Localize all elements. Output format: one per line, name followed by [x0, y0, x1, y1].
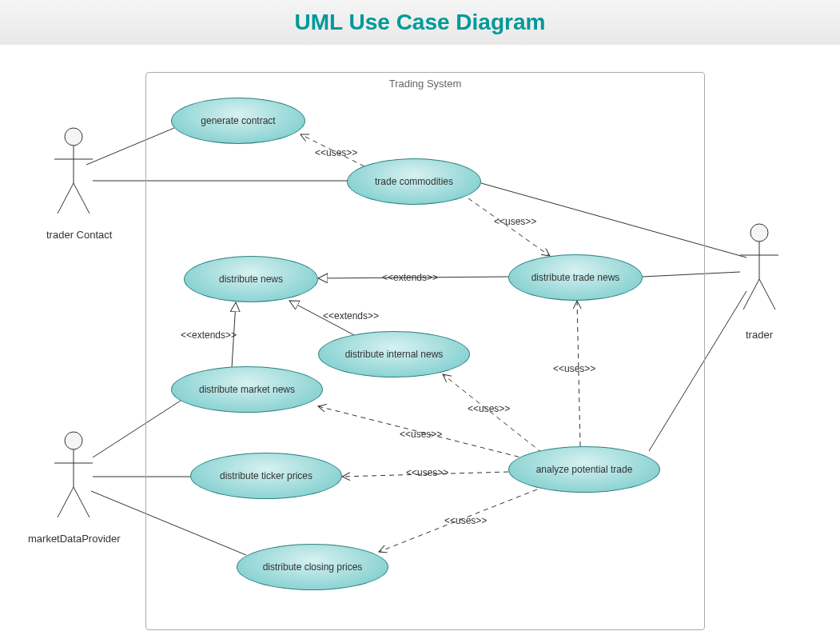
usecase-label: distribute market news — [199, 384, 295, 395]
relation-label: <<uses>> — [400, 429, 442, 440]
usecase-uc-trade-comm: trade commodities — [347, 158, 481, 205]
usecase-uc-dist-news: distribute news — [184, 256, 318, 302]
relation-label: <<uses>> — [444, 515, 487, 526]
svg-line-14 — [74, 487, 90, 517]
usecase-uc-dist-closing: distribute closing prices — [237, 544, 388, 590]
usecase-uc-dist-trade-news: distribute trade news — [508, 254, 643, 301]
relation-label: <<extends>> — [382, 272, 438, 283]
usecase-label: generate contract — [201, 115, 275, 126]
usecase-uc-dist-ticker: distribute ticker prices — [190, 453, 342, 499]
svg-line-4 — [74, 183, 90, 214]
system-label: Trading System — [389, 78, 462, 90]
relation-label: <<uses>> — [494, 216, 536, 227]
actor-a-mdp — [54, 432, 93, 517]
actor-a-trader — [740, 224, 778, 310]
actor-a-trader-contact — [54, 128, 93, 214]
usecase-label: distribute trade news — [531, 272, 620, 283]
relation-label: <<extends>> — [181, 329, 237, 341]
svg-line-13 — [58, 487, 74, 517]
usecase-label: distribute ticker prices — [220, 470, 313, 481]
usecase-uc-gen-contract: generate contract — [171, 98, 305, 144]
usecase-label: distribute internal news — [345, 349, 444, 360]
usecase-label: trade commodities — [375, 176, 453, 187]
svg-point-10 — [65, 432, 82, 449]
svg-line-9 — [759, 279, 775, 310]
usecase-uc-analyze: analyze potential trade — [508, 446, 660, 493]
page-title: UML Use Case Diagram — [295, 10, 546, 35]
header: UML Use Case Diagram — [0, 0, 840, 45]
svg-point-5 — [750, 224, 768, 242]
diagram-area: Trading Systemtrader Contacttradermarket… — [0, 45, 840, 631]
actor-label: trader — [746, 329, 773, 341]
relation-label: <<uses>> — [406, 467, 448, 478]
usecase-label: distribute news — [219, 274, 283, 285]
relation-label: <<extends>> — [323, 310, 379, 321]
actor-label: marketDataProvider — [28, 533, 121, 545]
relation-label: <<uses>> — [468, 403, 510, 414]
relation-label: <<uses>> — [553, 363, 595, 374]
actor-label: trader Contact — [46, 229, 112, 241]
usecase-uc-dist-int-news: distribute internal news — [318, 331, 470, 377]
svg-line-3 — [58, 183, 74, 214]
svg-point-0 — [65, 128, 82, 146]
usecase-label: distribute closing prices — [263, 561, 363, 573]
usecase-uc-dist-mkt-news: distribute market news — [171, 366, 323, 413]
usecase-label: analyze potential trade — [536, 464, 633, 475]
svg-line-8 — [743, 279, 759, 310]
relation-label: <<uses>> — [315, 147, 357, 158]
